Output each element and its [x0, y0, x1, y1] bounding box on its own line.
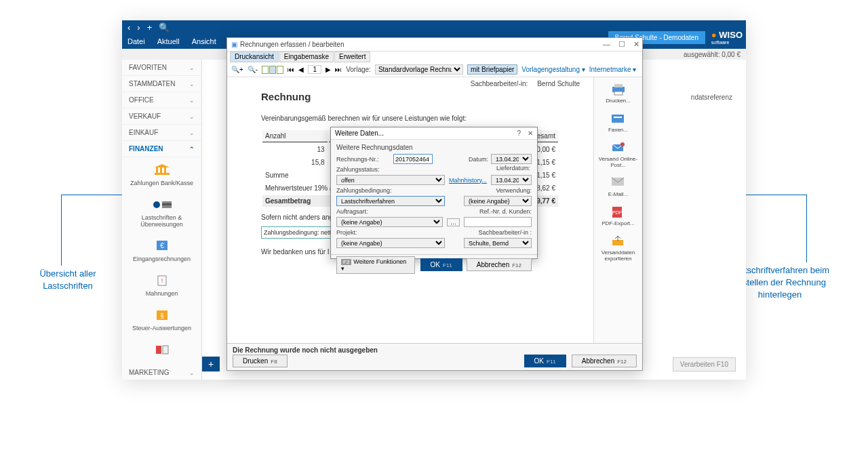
- weitere-funktionen-button[interactable]: F2Weitere Funktionen ▾: [336, 256, 415, 274]
- add-icon[interactable]: +: [147, 22, 153, 33]
- close-icon[interactable]: ✕: [633, 40, 639, 49]
- prev-page-icon[interactable]: ◀: [298, 66, 304, 73]
- transfer-icon: [153, 197, 172, 212]
- page-layout-3-icon[interactable]: [277, 66, 283, 74]
- pdf-icon: PDF: [610, 205, 627, 219]
- verarbeiten-button[interactable]: Verarbeiten F10: [673, 357, 736, 371]
- export-icon: [610, 235, 627, 248]
- sidebar-group-marketing[interactable]: MARKETING⌄: [122, 365, 201, 380]
- zoom-out-icon[interactable]: 🔍-: [248, 66, 258, 73]
- zahlungsstatus-select[interactable]: offen: [336, 175, 445, 185]
- last-page-icon[interactable]: ⏭: [335, 66, 342, 73]
- projekt-select[interactable]: (keine Angabe): [336, 238, 445, 248]
- drucken-button[interactable]: DruckenF8: [233, 355, 288, 367]
- abbrechen-button[interactable]: AbbrechenF12: [572, 355, 637, 367]
- action-versand-post[interactable]: Versand Online-Post...: [595, 141, 641, 168]
- add-button[interactable]: +: [202, 357, 220, 371]
- sidebar-item-steuer[interactable]: §Steuer-Auswertungen: [122, 302, 201, 337]
- sidebar-group-favoriten[interactable]: FAVORITEN⌄: [122, 60, 201, 76]
- action-faxen[interactable]: Faxen...: [595, 112, 641, 133]
- page-layout-2-icon[interactable]: [269, 66, 276, 74]
- tab-erweitert[interactable]: Erweitert: [334, 52, 370, 62]
- svg-rect-3: [164, 167, 166, 173]
- zahlungsbedingung-select[interactable]: Lastschriftverfahren: [336, 196, 445, 206]
- vorlagengestaltung-link[interactable]: Vorlagengestaltung ▾: [521, 66, 585, 73]
- tab-druckansicht[interactable]: Druckansicht: [230, 52, 279, 62]
- tab-eingabemaske[interactable]: Eingabemaske: [279, 52, 334, 62]
- svg-text:PDF: PDF: [612, 210, 622, 215]
- svg-rect-15: [163, 346, 168, 354]
- svg-marker-4: [155, 164, 170, 167]
- auftragsart-select[interactable]: (keine Angabe): [336, 217, 443, 227]
- help-icon[interactable]: ?: [517, 129, 521, 137]
- verwendung-select[interactable]: (keine Angabe): [464, 196, 532, 206]
- svg-rect-0: [155, 173, 170, 175]
- chevron-down-icon: ⌄: [189, 64, 195, 71]
- action-drucken[interactable]: Drucken...: [595, 83, 641, 104]
- rechnungsnr-input[interactable]: [393, 154, 433, 164]
- search-icon[interactable]: 🔍: [159, 22, 170, 33]
- logo: ● WISOsoftware: [711, 30, 743, 45]
- close-icon[interactable]: ✕: [528, 129, 533, 137]
- svg-text:!: !: [161, 277, 163, 284]
- invoice-in-icon: €: [153, 239, 172, 254]
- sidebar-item-more[interactable]: [122, 337, 201, 365]
- action-pdf[interactable]: PDFPDF-Export...: [595, 205, 641, 226]
- sidebar-item-mahnungen[interactable]: !Mahnungen: [122, 268, 201, 302]
- sidebar-group-office[interactable]: OFFICE⌄: [122, 92, 201, 108]
- chevron-down-icon: ⌄: [189, 81, 195, 87]
- printer-icon: [610, 83, 627, 96]
- sidebar-group-einkauf[interactable]: EINKAUF⌄: [122, 125, 201, 141]
- briefpapier-toggle[interactable]: mit Briefpapier: [467, 64, 517, 75]
- sidebar-item-eingangsrechnungen[interactable]: €Eingangsrechnungen: [122, 233, 201, 268]
- post-icon: [610, 141, 627, 155]
- page-input[interactable]: [308, 65, 321, 74]
- first-page-icon[interactable]: ⏮: [288, 66, 294, 73]
- sidebar-group-finanzen[interactable]: FINANZEN⌃: [122, 141, 201, 157]
- svg-rect-14: [156, 346, 161, 354]
- sidebar-group-verkauf[interactable]: VERKAUF⌄: [122, 108, 201, 125]
- svg-rect-19: [612, 115, 624, 123]
- maximize-icon[interactable]: ☐: [618, 40, 625, 49]
- sidebar-group-stammdaten[interactable]: STAMMDATEN⌄: [122, 76, 201, 92]
- datum-select[interactable]: 13.04.2018: [491, 154, 532, 164]
- sidebar-item-lastschriften[interactable]: Lastschriften & Überweisungen: [122, 192, 201, 233]
- dialog-footer: Die Rechnung wurde noch nicht ausgegeben…: [227, 343, 642, 370]
- ok-button[interactable]: OKF11: [524, 355, 566, 367]
- app-icon: ▣: [231, 41, 237, 48]
- minimize-icon[interactable]: —: [603, 40, 610, 49]
- chevron-down-icon: ⌄: [189, 97, 195, 104]
- svg-rect-17: [614, 84, 623, 87]
- svg-rect-7: [162, 203, 172, 205]
- svg-text:€: €: [160, 242, 164, 249]
- lieferdatum-label: Lieferdatum:: [496, 165, 530, 172]
- svg-rect-18: [614, 92, 623, 95]
- action-email[interactable]: E-Mail...: [595, 176, 641, 197]
- actions-sidebar: Drucken... Faxen... Versand Online-Post.…: [593, 77, 642, 343]
- menu-datei[interactable]: Datei: [127, 37, 145, 45]
- dialog-title-bar: ▣ Rechnungen erfassen / bearbeiten —☐✕: [227, 38, 642, 52]
- mahnhistory-link[interactable]: Mahnhistory...: [449, 177, 487, 184]
- chevron-up-icon: ⌃: [189, 146, 195, 153]
- menu-aktuell[interactable]: Aktuell: [157, 37, 180, 45]
- callout-left: Übersicht aller Lastschriften: [27, 268, 108, 292]
- more-data-dialog: Weitere Daten... ?✕ Weitere Rechnungsdat…: [330, 127, 538, 259]
- internetmarke-link[interactable]: Internetmarke ▾: [589, 66, 636, 73]
- page-layout-1-icon[interactable]: [262, 66, 269, 74]
- dialog2-abbrechen-button[interactable]: AbbrechenF12: [467, 258, 532, 271]
- sachbearbeiter-select[interactable]: Schulte, Bernd: [464, 238, 532, 248]
- next-page-icon[interactable]: ▶: [326, 66, 331, 73]
- nav-forward-icon[interactable]: ›: [137, 22, 140, 33]
- menu-ansicht[interactable]: Ansicht: [192, 37, 216, 45]
- lieferdatum-select[interactable]: 13.04.2018: [491, 175, 532, 185]
- vorlage-select[interactable]: Standardvorlage Rechnung: [375, 64, 463, 75]
- zoom-in-icon[interactable]: 🔍+: [231, 66, 243, 73]
- refnr-input[interactable]: [464, 217, 532, 227]
- chevron-down-icon: ⌄: [189, 369, 195, 376]
- dialog2-ok-button[interactable]: OKF11: [420, 258, 462, 271]
- chevron-down-icon: ⌄: [189, 129, 195, 136]
- ellipsis-button[interactable]: …: [447, 218, 460, 226]
- action-versanddaten[interactable]: Versanddaten exportieren: [595, 235, 641, 262]
- sidebar-item-zahlungen[interactable]: Zahlungen Bank/Kasse: [122, 157, 201, 192]
- nav-back-icon[interactable]: ‹: [127, 22, 130, 33]
